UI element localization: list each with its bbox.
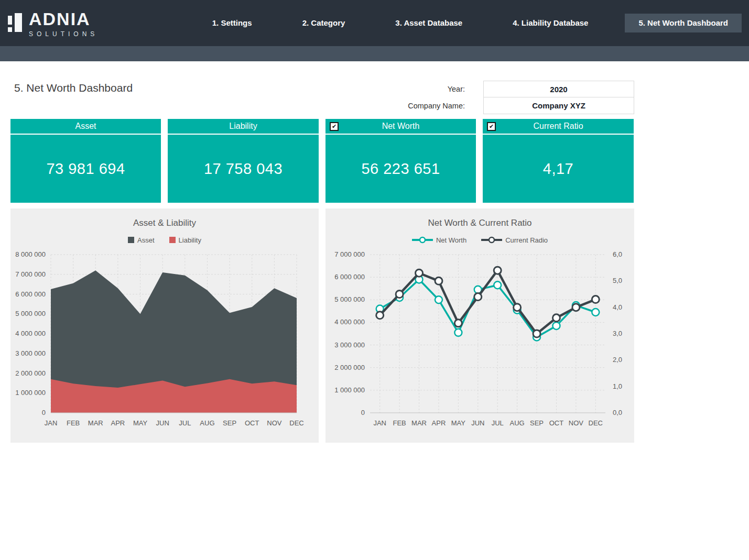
tab-settings[interactable]: 1. Settings bbox=[199, 14, 266, 32]
svg-text:8 000 000: 8 000 000 bbox=[15, 250, 46, 258]
svg-text:AUG: AUG bbox=[510, 419, 525, 427]
logo-subtitle-text: SOLUTIONS bbox=[29, 30, 98, 38]
nav-substrip bbox=[0, 46, 749, 61]
year-input[interactable] bbox=[483, 81, 634, 97]
svg-text:MAY: MAY bbox=[451, 419, 466, 427]
legend-item-liability: Liability bbox=[169, 236, 201, 244]
svg-text:2 000 000: 2 000 000 bbox=[15, 369, 46, 377]
legend-label: Liability bbox=[179, 236, 201, 244]
svg-text:1 000 000: 1 000 000 bbox=[334, 386, 365, 394]
legend-swatch-icon bbox=[128, 237, 134, 243]
svg-text:5 000 000: 5 000 000 bbox=[15, 310, 46, 317]
svg-text:FEB: FEB bbox=[393, 419, 406, 427]
legend-line-marker-icon bbox=[412, 236, 433, 244]
legend-line-marker-icon bbox=[481, 236, 502, 244]
top-navbar: ADNIA SOLUTIONS 1. Settings 2. Category … bbox=[0, 0, 749, 46]
svg-text:1,0: 1,0 bbox=[613, 382, 622, 390]
svg-text:6,0: 6,0 bbox=[613, 250, 622, 258]
svg-text:0: 0 bbox=[361, 409, 365, 416]
svg-text:1 000 000: 1 000 000 bbox=[15, 389, 46, 397]
legend-label: Net Worth bbox=[436, 236, 466, 244]
svg-text:JAN: JAN bbox=[373, 419, 386, 427]
svg-text:JUL: JUL bbox=[179, 419, 191, 427]
asset-liability-legend: AssetLiability bbox=[10, 236, 319, 244]
net-worth-ratio-legend: Net WorthCurrent Radio bbox=[325, 236, 634, 244]
svg-text:2,0: 2,0 bbox=[613, 356, 622, 364]
svg-text:4 000 000: 4 000 000 bbox=[15, 330, 46, 337]
svg-text:7 000 000: 7 000 000 bbox=[15, 270, 46, 278]
kpi-card-liability: Liability 17 758 043 bbox=[168, 119, 319, 203]
company-name-label: Company Name: bbox=[329, 102, 465, 110]
kpi-card-asset: Asset 73 981 694 bbox=[10, 119, 161, 203]
net-worth-ratio-chart-title: Net Worth & Current Ratio bbox=[325, 208, 634, 228]
svg-text:JAN: JAN bbox=[45, 419, 58, 427]
current-ratio-checkbox[interactable] bbox=[487, 122, 496, 131]
net-worth-ratio-chart-panel: Net Worth & Current Ratio Net WorthCurre… bbox=[325, 208, 634, 443]
svg-text:DEC: DEC bbox=[289, 419, 303, 427]
company-name-input[interactable] bbox=[483, 97, 634, 114]
net-worth-dashboard-page: ADNIA SOLUTIONS 1. Settings 2. Category … bbox=[0, 0, 749, 560]
adnia-logo: ADNIA SOLUTIONS bbox=[8, 8, 98, 38]
kpi-asset-label: Asset bbox=[75, 122, 96, 131]
kpi-asset-value: 73 981 694 bbox=[10, 135, 161, 203]
tab-liability-database[interactable]: 4. Liability Database bbox=[499, 14, 602, 32]
svg-text:5,0: 5,0 bbox=[613, 277, 622, 284]
svg-text:SEP: SEP bbox=[223, 419, 236, 427]
svg-text:4,0: 4,0 bbox=[613, 303, 622, 311]
svg-text:0: 0 bbox=[42, 409, 46, 416]
svg-text:JUN: JUN bbox=[471, 419, 484, 427]
svg-text:5 000 000: 5 000 000 bbox=[334, 295, 365, 303]
charts-row: Asset & Liability AssetLiability 01 000 … bbox=[10, 208, 634, 443]
net-worth-ratio-line-chart: 01 000 0002 000 0003 000 0004 000 0005 0… bbox=[325, 246, 634, 438]
kpi-current-ratio-value: 4,17 bbox=[483, 135, 634, 203]
svg-text:MAY: MAY bbox=[133, 419, 148, 427]
svg-text:OCT: OCT bbox=[245, 419, 259, 427]
svg-text:JUN: JUN bbox=[156, 419, 169, 427]
svg-text:0,0: 0,0 bbox=[613, 409, 622, 416]
svg-text:SEP: SEP bbox=[530, 419, 544, 427]
tab-category[interactable]: 2. Category bbox=[289, 14, 359, 32]
legend-item-current-radio: Current Radio bbox=[481, 236, 548, 244]
svg-text:APR: APR bbox=[111, 419, 125, 427]
tab-asset-database[interactable]: 3. Asset Database bbox=[382, 14, 476, 32]
asset-liability-area-chart: 01 000 0002 000 0003 000 0004 000 0005 0… bbox=[10, 246, 319, 438]
svg-text:NOV: NOV bbox=[267, 419, 282, 427]
bar-chart-logo-icon bbox=[8, 12, 24, 35]
svg-text:JUL: JUL bbox=[492, 419, 504, 427]
legend-label: Asset bbox=[137, 236, 155, 244]
svg-text:3 000 000: 3 000 000 bbox=[334, 341, 365, 349]
legend-item-net-worth: Net Worth bbox=[412, 236, 466, 244]
svg-text:7 000 000: 7 000 000 bbox=[334, 250, 365, 258]
net-worth-checkbox[interactable] bbox=[330, 122, 339, 131]
asset-liability-chart-title: Asset & Liability bbox=[10, 208, 319, 228]
tab-net-worth-dashboard[interactable]: 5. Net Worth Dashboard bbox=[625, 14, 742, 32]
svg-text:NOV: NOV bbox=[569, 419, 584, 427]
legend-item-asset: Asset bbox=[128, 236, 155, 244]
kpi-row: Asset 73 981 694 Liability 17 758 043 Ne… bbox=[10, 119, 634, 203]
asset-liability-chart-panel: Asset & Liability AssetLiability 01 000 … bbox=[10, 208, 319, 443]
kpi-card-net-worth: Net Worth 56 223 651 bbox=[325, 119, 476, 203]
svg-text:OCT: OCT bbox=[549, 419, 564, 427]
svg-text:FEB: FEB bbox=[67, 419, 80, 427]
svg-text:2 000 000: 2 000 000 bbox=[334, 364, 365, 371]
svg-text:3,0: 3,0 bbox=[613, 330, 622, 337]
legend-label: Current Radio bbox=[505, 236, 548, 244]
svg-text:3 000 000: 3 000 000 bbox=[15, 349, 46, 357]
nav-tabs: 1. Settings 2. Category 3. Asset Databas… bbox=[199, 14, 742, 32]
kpi-card-current-ratio: Current Ratio 4,17 bbox=[483, 119, 634, 203]
svg-text:AUG: AUG bbox=[200, 419, 214, 427]
svg-text:DEC: DEC bbox=[589, 419, 603, 427]
kpi-net-worth-value: 56 223 651 bbox=[325, 135, 476, 203]
year-label: Year: bbox=[329, 85, 465, 93]
svg-text:APR: APR bbox=[432, 419, 446, 427]
logo-brand-text: ADNIA bbox=[29, 8, 98, 29]
svg-text:MAR: MAR bbox=[411, 419, 427, 427]
kpi-liability-label: Liability bbox=[229, 122, 257, 131]
svg-text:6 000 000: 6 000 000 bbox=[15, 290, 46, 298]
svg-text:6 000 000: 6 000 000 bbox=[334, 273, 365, 281]
kpi-current-ratio-label: Current Ratio bbox=[533, 122, 583, 131]
legend-swatch-icon bbox=[169, 237, 176, 243]
svg-text:4 000 000: 4 000 000 bbox=[334, 318, 365, 326]
kpi-liability-value: 17 758 043 bbox=[168, 135, 319, 203]
kpi-net-worth-label: Net Worth bbox=[382, 122, 420, 131]
